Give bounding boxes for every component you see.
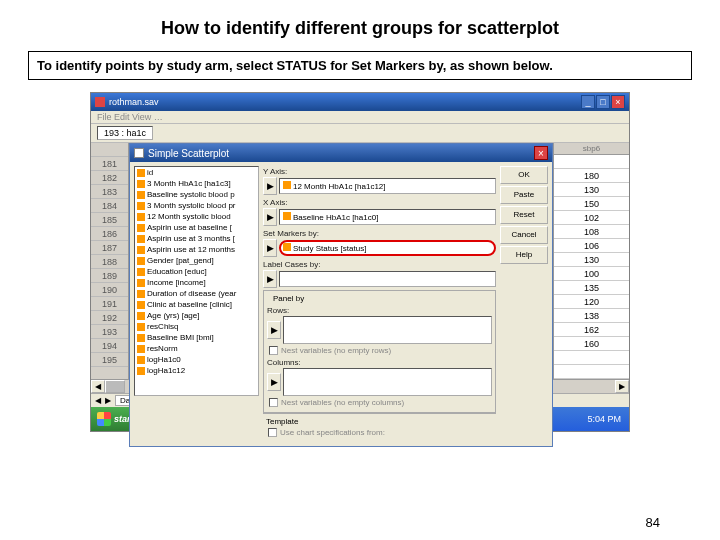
paste-button[interactable]: Paste bbox=[500, 186, 548, 204]
template-label: Template bbox=[266, 417, 493, 426]
row-number: 193 bbox=[91, 325, 128, 339]
variable-item[interactable]: logHa1c0 bbox=[135, 354, 258, 365]
scroll-thumb[interactable] bbox=[105, 380, 125, 393]
variable-item[interactable]: Gender [pat_gend] bbox=[135, 255, 258, 266]
panel-label: Panel by bbox=[271, 294, 306, 303]
window-controls[interactable]: _ □ × bbox=[581, 95, 625, 109]
data-cell[interactable] bbox=[554, 365, 629, 379]
variable-item[interactable]: Income [income] bbox=[135, 277, 258, 288]
cancel-button[interactable]: Cancel bbox=[500, 226, 548, 244]
data-cell[interactable]: 162 bbox=[554, 323, 629, 337]
variable-item[interactable]: Aspirin use at 12 months bbox=[135, 244, 258, 255]
dialog-titlebar: Simple Scatterplot × bbox=[130, 144, 552, 162]
row-number bbox=[91, 143, 128, 157]
app-icon bbox=[95, 97, 105, 107]
variable-item[interactable]: Education [educ] bbox=[135, 266, 258, 277]
markers-input[interactable]: Study Status [status] bbox=[279, 240, 496, 256]
slide-title: How to identify different groups for sca… bbox=[0, 0, 720, 51]
markers-move-button[interactable]: ▶ bbox=[263, 239, 277, 257]
system-clock: 5:04 PM bbox=[579, 414, 629, 424]
variable-list[interactable]: id3 Month HbA1c [ha1c3]Baseline systolic… bbox=[134, 166, 259, 396]
row-number: 182 bbox=[91, 171, 128, 185]
variable-item[interactable]: Clinic at baseline [clinic] bbox=[135, 299, 258, 310]
xaxis-label: X Axis: bbox=[263, 197, 496, 208]
data-cell[interactable]: 180 bbox=[554, 169, 629, 183]
data-cell[interactable]: 108 bbox=[554, 225, 629, 239]
nest-rows-label: Nest variables (no empty rows) bbox=[281, 346, 391, 355]
rows-move-button[interactable]: ▶ bbox=[267, 321, 281, 339]
nest-cols-checkbox[interactable] bbox=[269, 398, 278, 407]
minimize-button[interactable]: _ bbox=[581, 95, 595, 109]
row-number: 189 bbox=[91, 269, 128, 283]
data-cell[interactable]: 102 bbox=[554, 211, 629, 225]
toolbar: 193 : ha1c bbox=[91, 124, 629, 143]
template-checkbox[interactable] bbox=[268, 428, 277, 437]
rows-input[interactable] bbox=[283, 316, 492, 344]
maximize-button[interactable]: □ bbox=[596, 95, 610, 109]
variable-item[interactable]: resNorm bbox=[135, 343, 258, 354]
labelcases-move-button[interactable]: ▶ bbox=[263, 270, 277, 288]
variable-item[interactable]: resChisq bbox=[135, 321, 258, 332]
yaxis-label: Y Axis: bbox=[263, 166, 496, 177]
row-number: 186 bbox=[91, 227, 128, 241]
scatterplot-dialog: Simple Scatterplot × id3 Month HbA1c [ha… bbox=[129, 143, 553, 447]
menu-bar[interactable]: File Edit View … bbox=[91, 111, 629, 124]
scroll-right-icon[interactable]: ▶ bbox=[615, 380, 629, 393]
variable-item[interactable]: Baseline systolic blood p bbox=[135, 189, 258, 200]
dialog-title: Simple Scatterplot bbox=[148, 148, 229, 159]
instruction-text: To identify points by study arm, select … bbox=[28, 51, 692, 80]
ok-button[interactable]: OK bbox=[500, 166, 548, 184]
data-cell[interactable]: 130 bbox=[554, 253, 629, 267]
nest-rows-checkbox[interactable] bbox=[269, 346, 278, 355]
help-button[interactable]: Help bbox=[500, 246, 548, 264]
variable-item[interactable]: Aspirin use at baseline [ bbox=[135, 222, 258, 233]
variable-item[interactable]: logHa1c12 bbox=[135, 365, 258, 376]
scroll-left-icon[interactable]: ◀ bbox=[91, 380, 105, 393]
row-number: 183 bbox=[91, 185, 128, 199]
data-cell[interactable]: 135 bbox=[554, 281, 629, 295]
yaxis-input[interactable]: 12 Month HbA1c [ha1c12] bbox=[279, 178, 496, 194]
dialog-icon bbox=[134, 148, 144, 158]
variable-item[interactable]: Age (yrs) [age] bbox=[135, 310, 258, 321]
variable-item[interactable]: id bbox=[135, 167, 258, 178]
variable-item[interactable]: 3 Month HbA1c [ha1c3] bbox=[135, 178, 258, 189]
data-cell[interactable]: 138 bbox=[554, 309, 629, 323]
cols-input[interactable] bbox=[283, 368, 492, 396]
data-cell[interactable] bbox=[554, 155, 629, 169]
data-cell[interactable]: 100 bbox=[554, 267, 629, 281]
cols-move-button[interactable]: ▶ bbox=[267, 373, 281, 391]
data-cell[interactable] bbox=[554, 351, 629, 365]
data-column: sbp6 18013015010210810613010013512013816… bbox=[553, 143, 629, 379]
xaxis-input[interactable]: Baseline HbA1c [ha1c0] bbox=[279, 209, 496, 225]
labelcases-input[interactable] bbox=[279, 271, 496, 287]
row-number: 187 bbox=[91, 241, 128, 255]
data-cell[interactable]: 130 bbox=[554, 183, 629, 197]
variable-item[interactable]: Duration of disease (year bbox=[135, 288, 258, 299]
nest-cols-label: Nest variables (no empty columns) bbox=[281, 398, 404, 407]
markers-label: Set Markers by: bbox=[263, 228, 496, 239]
template-check-label: Use chart specifications from: bbox=[280, 428, 385, 437]
close-icon[interactable]: × bbox=[534, 146, 548, 160]
data-cell[interactable]: 120 bbox=[554, 295, 629, 309]
page-number: 84 bbox=[646, 515, 660, 530]
variable-item[interactable]: Aspirin use at 3 months [ bbox=[135, 233, 258, 244]
data-cell[interactable]: 160 bbox=[554, 337, 629, 351]
close-button[interactable]: × bbox=[611, 95, 625, 109]
row-number: 195 bbox=[91, 353, 128, 367]
data-cell[interactable]: 150 bbox=[554, 197, 629, 211]
variable-item[interactable]: Baseline BMI [bmi] bbox=[135, 332, 258, 343]
row-headers: 1811821831841851861871881891901911921931… bbox=[91, 143, 129, 379]
yaxis-move-button[interactable]: ▶ bbox=[263, 177, 277, 195]
row-number: 194 bbox=[91, 339, 128, 353]
row-number: 190 bbox=[91, 283, 128, 297]
data-cell[interactable]: 106 bbox=[554, 239, 629, 253]
cols-label: Columns: bbox=[267, 357, 492, 368]
windows-logo-icon bbox=[97, 412, 111, 426]
spss-window: rothman.sav _ □ × File Edit View … 193 :… bbox=[90, 92, 630, 432]
variable-item[interactable]: 3 Month systolic blood pr bbox=[135, 200, 258, 211]
xaxis-move-button[interactable]: ▶ bbox=[263, 208, 277, 226]
variable-item[interactable]: 12 Month systolic blood bbox=[135, 211, 258, 222]
row-number: 181 bbox=[91, 157, 128, 171]
reset-button[interactable]: Reset bbox=[500, 206, 548, 224]
column-header: sbp6 bbox=[554, 143, 629, 155]
